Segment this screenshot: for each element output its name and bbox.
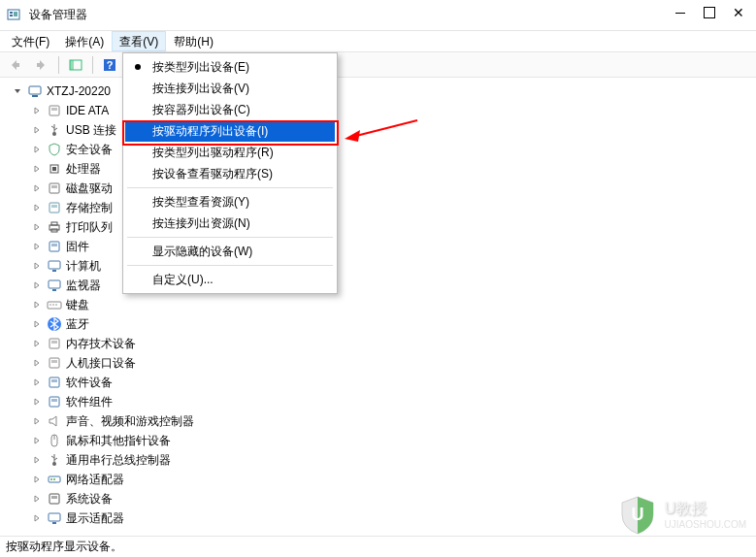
disk-icon: [47, 180, 62, 196]
view-dropdown-menu: 按类型列出设备(E)按连接列出设备(V)按容器列出设备(C)按驱动程序列出设备(…: [122, 52, 338, 294]
tree-node-label: 声音、视频和游戏控制器: [66, 411, 194, 431]
svg-rect-39: [51, 379, 57, 382]
title-bar: 设备管理器: [0, 0, 756, 31]
minimize-button[interactable]: [667, 2, 694, 23]
menu-item[interactable]: 按容器列出设备(C): [125, 99, 335, 120]
chevron-right-icon: [31, 222, 43, 232]
maximize-button[interactable]: [696, 2, 723, 23]
tree-node-label: 系统设备: [66, 489, 113, 508]
menu-help[interactable]: 帮助(H): [166, 31, 221, 51]
close-button[interactable]: ✕: [725, 2, 752, 23]
chevron-right-icon: [31, 300, 43, 310]
help-button[interactable]: ?: [99, 54, 120, 76]
menu-item[interactable]: 按类型列出驱动程序(R): [125, 142, 335, 163]
menu-file[interactable]: 文件(F): [4, 31, 57, 51]
toolbar-separator: [92, 56, 93, 74]
menu-item[interactable]: 显示隐藏的设备(W): [125, 241, 335, 262]
menu-item-label: 显示隐藏的设备(W): [152, 244, 252, 260]
software-icon: [47, 375, 62, 390]
forward-button[interactable]: [31, 54, 52, 76]
keyboard-icon: [47, 297, 62, 312]
menu-item[interactable]: 按类型列出设备(E): [125, 56, 335, 78]
tree-node[interactable]: 软件设备: [31, 373, 756, 392]
svg-rect-41: [51, 399, 57, 402]
tree-node-label: USB 连接: [66, 120, 116, 140]
menu-item[interactable]: 按驱动程序列出设备(I): [125, 120, 335, 142]
menu-item[interactable]: 按连接列出设备(V): [125, 78, 335, 99]
tree-node[interactable]: 网络适配器: [31, 470, 756, 489]
component-icon: [47, 394, 62, 410]
tree-node[interactable]: 蓝牙: [31, 314, 756, 334]
svg-rect-50: [51, 496, 57, 499]
tree-node[interactable]: 键盘: [31, 295, 756, 314]
menu-item-label: 按连接列出设备(V): [152, 81, 249, 97]
svg-rect-17: [51, 185, 57, 188]
tree-node-label: 人机接口设备: [66, 353, 136, 373]
watermark-url: UJIAOSHOU.COM: [665, 519, 746, 530]
menu-item-label: 按类型查看资源(Y): [152, 194, 249, 211]
menu-bar: 文件(F) 操作(A) 查看(V) 帮助(H): [0, 31, 756, 52]
menu-item[interactable]: 自定义(U)...: [125, 269, 335, 290]
chevron-right-icon: [31, 164, 43, 174]
bluetooth-icon: [47, 316, 62, 332]
svg-rect-28: [52, 289, 56, 291]
menu-item[interactable]: 按类型查看资源(Y): [125, 191, 335, 213]
chevron-right-icon: [31, 358, 43, 368]
show-hide-button[interactable]: [65, 54, 86, 76]
svg-rect-9: [32, 95, 38, 97]
menu-item-label: 按设备查看驱动程序(S): [152, 166, 273, 182]
svg-point-32: [55, 304, 57, 306]
chevron-right-icon: [31, 513, 43, 523]
svg-rect-21: [51, 222, 57, 225]
network-icon: [47, 472, 62, 487]
usbctrl-icon: [47, 452, 62, 468]
tree-node[interactable]: 鼠标和其他指针设备: [31, 431, 756, 450]
chevron-right-icon: [31, 455, 43, 465]
tree-node-label: 软件设备: [66, 373, 113, 392]
usb-icon: [47, 122, 62, 138]
svg-rect-2: [10, 15, 13, 16]
storage-icon: [47, 200, 62, 215]
menu-item[interactable]: 按连接列出资源(N): [125, 213, 335, 234]
tree-node-label: 打印队列: [66, 217, 113, 237]
tree-node-label: 网络适配器: [66, 470, 124, 489]
chevron-right-icon: [31, 397, 43, 407]
cpu-icon: [47, 161, 62, 177]
chevron-right-icon: [31, 436, 43, 445]
tree-node[interactable]: 声音、视频和游戏控制器: [31, 411, 756, 431]
back-button[interactable]: [4, 54, 25, 76]
svg-line-53: [356, 120, 417, 136]
menu-view[interactable]: 查看(V): [112, 31, 166, 51]
svg-text:?: ?: [107, 59, 114, 71]
tree-node-label: 存储控制: [66, 198, 113, 217]
menu-item-label: 自定义(U)...: [152, 272, 214, 288]
tree-node-label: 处理器: [66, 159, 101, 179]
chevron-down-icon: [12, 86, 23, 96]
toolbar: ?: [0, 52, 756, 78]
svg-rect-29: [48, 302, 61, 309]
menu-item[interactable]: 按设备查看驱动程序(S): [125, 163, 335, 184]
computer-icon: [27, 83, 43, 99]
watermark-brand: U教授: [665, 499, 746, 519]
annotation-arrow: [345, 113, 422, 151]
tree-node[interactable]: 软件组件: [31, 392, 756, 411]
svg-rect-19: [51, 205, 57, 208]
drive-icon: [47, 103, 62, 118]
svg-rect-24: [51, 244, 57, 246]
tree-node[interactable]: 人机接口设备: [31, 353, 756, 373]
toolbar-separator: [58, 56, 59, 74]
svg-text:U: U: [631, 505, 643, 524]
chevron-right-icon: [31, 377, 43, 387]
tree-node[interactable]: 通用串行总线控制器: [31, 450, 756, 470]
svg-rect-37: [51, 360, 57, 363]
menu-action[interactable]: 操作(A): [57, 31, 112, 51]
chevron-right-icon: [31, 125, 43, 135]
svg-rect-8: [29, 86, 41, 94]
menu-item-label: 按类型列出设备(E): [152, 59, 249, 76]
tree-node-label: 内存技术设备: [66, 334, 136, 353]
monitor-icon: [47, 278, 62, 293]
tree-root-label: XTZJ-20220: [47, 82, 111, 101]
chevron-right-icon: [31, 106, 43, 115]
menu-separator: [127, 187, 333, 188]
tree-node[interactable]: 内存技术设备: [31, 334, 756, 353]
